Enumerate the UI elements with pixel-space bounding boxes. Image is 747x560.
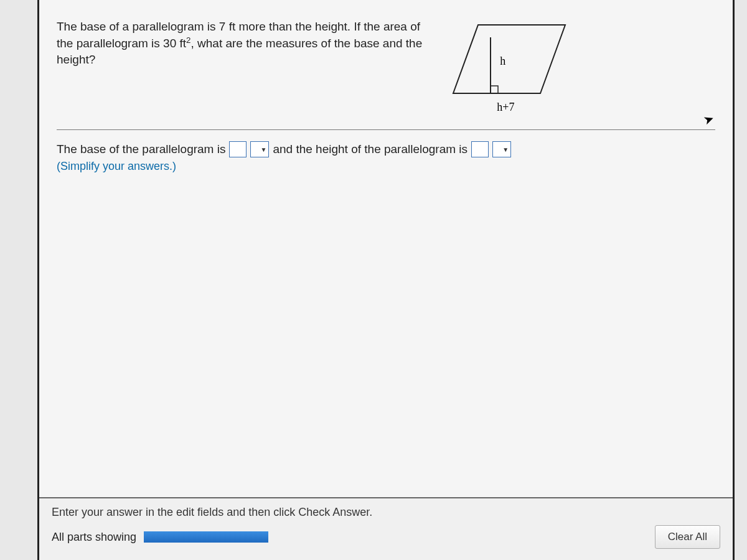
question-frame: The base of a parallelogram is 7 ft more… xyxy=(37,0,735,560)
progress-fill xyxy=(144,531,268,543)
svg-rect-2 xyxy=(491,86,498,93)
parallelogram-diagram: h h+7 xyxy=(447,19,571,118)
base-unit-wrap xyxy=(250,141,269,157)
progress-bar xyxy=(144,531,268,543)
height-unit-wrap xyxy=(492,141,511,157)
question-text: The base of a parallelogram is 7 ft more… xyxy=(57,19,422,67)
answer-middle: and the height of the parallelogram is xyxy=(273,142,467,156)
parts-group: All parts showing xyxy=(52,531,268,544)
answer-prefix-base: The base of the parallelogram is xyxy=(57,142,225,156)
diagram-height-label: h xyxy=(500,55,505,68)
svg-marker-0 xyxy=(453,25,565,93)
base-unit-select[interactable] xyxy=(250,141,269,157)
question-line1: The base of a parallelogram is 7 ft more… xyxy=(57,20,420,33)
content-area: The base of a parallelogram is 7 ft more… xyxy=(39,0,733,497)
height-input[interactable] xyxy=(471,141,489,157)
footer-instruction: Enter your answer in the edit fields and… xyxy=(52,506,720,519)
footer: Enter your answer in the edit fields and… xyxy=(39,497,733,560)
section-divider xyxy=(57,129,715,130)
base-input[interactable] xyxy=(229,141,247,157)
clear-all-button[interactable]: Clear All xyxy=(655,525,720,549)
parts-label: All parts showing xyxy=(52,531,136,544)
simplify-hint: (Simplify your answers.) xyxy=(57,160,715,173)
answer-line: The base of the parallelogram is and the… xyxy=(57,141,715,157)
height-unit-select[interactable] xyxy=(492,141,511,157)
question-line2-pre: the parallelogram is 30 ft xyxy=(57,37,186,50)
question-line3: height? xyxy=(57,53,95,66)
diagram-base-label: h+7 xyxy=(497,101,514,114)
question-line2-post: , what are the measures of the base and … xyxy=(190,37,422,50)
